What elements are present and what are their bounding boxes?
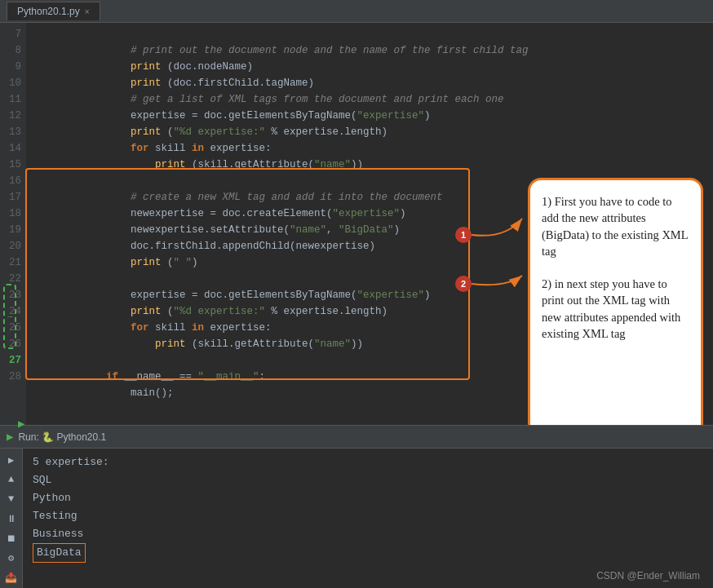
callout-step2: 2) in next step you have to print out th… (542, 276, 689, 342)
badge-2: 2 (455, 276, 472, 292)
run-output: ▶ ▲ ▼ ⏸ ⏹ ⚙ 📤 5 expertise: SQL Python Te… (0, 449, 713, 588)
line-play-indicator: ▶ (18, 417, 24, 431)
run-play-button[interactable]: ▶ (3, 452, 20, 468)
code-line: # print out the document node and the na… (33, 26, 706, 42)
output-line: Testing (33, 507, 703, 525)
run-up-button[interactable]: ▲ (3, 471, 20, 488)
run-pause-button[interactable]: ⏸ (3, 511, 20, 527)
bigdata-output: BigData (33, 543, 86, 563)
file-tab[interactable]: Python20.1.py × (7, 2, 100, 20)
callout-step1: 1) First you have to code to add the new… (542, 193, 689, 259)
run-panel: ▶ Run: 🐍 Python20.1 ▶ ▲ ▼ ⏸ ⏹ ⚙ 📤 (0, 425, 713, 588)
output-line: SQL (33, 471, 703, 489)
badge-1: 1 (455, 227, 472, 243)
tab-close-button[interactable]: × (85, 7, 90, 16)
run-settings-button[interactable]: ⚙ (3, 550, 20, 566)
python-icon: 🐍 (42, 431, 54, 443)
run-down-button[interactable]: ▼ (3, 491, 20, 507)
run-content: 5 expertise: SQL Python Testing Business… (23, 449, 713, 588)
tab-label: Python20.1.py (17, 6, 80, 17)
callout-box: 1) First you have to code to add the new… (528, 178, 703, 425)
code-section: 7 8 9 10 11 12 13 14 15 16 17 18 19 20 2… (0, 23, 713, 588)
run-controls: ▶ ▲ ▼ ⏸ ⏹ ⚙ 📤 (0, 449, 23, 588)
output-line-highlighted: BigData (33, 543, 703, 563)
run-stop-button[interactable]: ⏹ (3, 530, 20, 546)
main-area: 7 8 9 10 11 12 13 14 15 16 17 18 19 20 2… (0, 23, 713, 588)
watermark: CSDN @Ender_William (596, 570, 700, 581)
run-toolbar: ▶ Run: 🐍 Python20.1 (0, 426, 713, 449)
code-editor[interactable]: 7 8 9 10 11 12 13 14 15 16 17 18 19 20 2… (0, 23, 713, 425)
dashed-arrow-indicator: → (3, 284, 16, 349)
run-icon: ▶ (7, 430, 13, 444)
run-export-button[interactable]: 📤 (3, 569, 20, 586)
run-label: Run: 🐍 Python20.1 (18, 431, 106, 443)
title-bar: Python20.1.py × (0, 0, 713, 23)
line-numbers: 7 8 9 10 11 12 13 14 15 16 17 18 19 20 2… (0, 23, 26, 425)
output-line: 5 expertise: (33, 453, 703, 471)
output-line: Business (33, 525, 703, 543)
output-line: Python (33, 489, 703, 507)
